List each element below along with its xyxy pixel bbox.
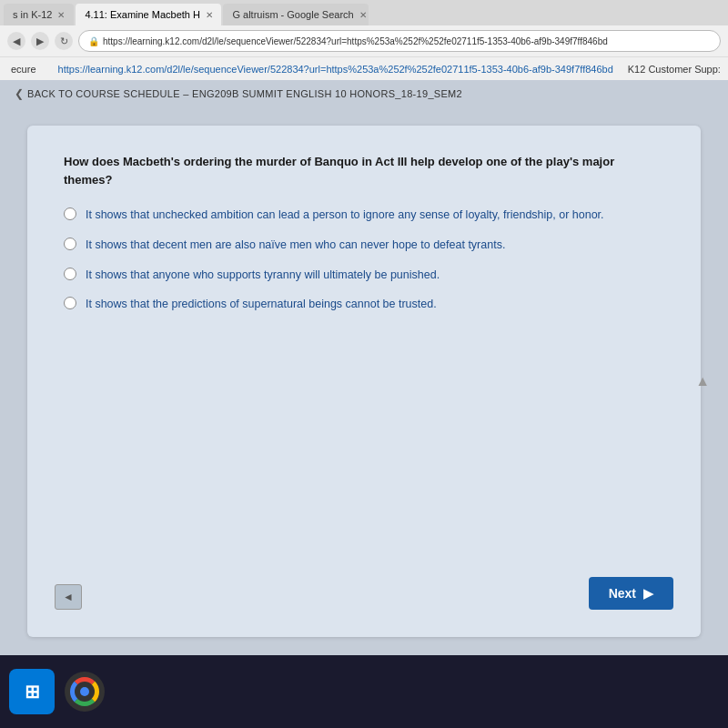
tab-label: s in K-12 <box>13 9 52 20</box>
breadcrumb: ❮ BACK TO COURSE SCHEDULE – ENG209B SUMM… <box>0 80 728 107</box>
answer-option-4[interactable]: It shows that the predictions of superna… <box>64 296 664 313</box>
tab-close-icon[interactable]: ✕ <box>57 10 65 20</box>
lock-icon: 🔒 <box>88 36 99 46</box>
windows-start-button[interactable]: ⊞ <box>9 669 55 714</box>
tab-label: G altruism - Google Search <box>232 9 353 20</box>
scroll-indicator: ▲ <box>695 373 710 389</box>
tab-close-icon[interactable]: ✕ <box>359 10 367 20</box>
answer-text-1: It shows that unchecked ambition can lea… <box>86 207 604 224</box>
back-nav-button[interactable]: ◀ <box>7 32 25 50</box>
bookmark-ecure[interactable]: ecure <box>7 63 40 76</box>
answer-option-1[interactable]: It shows that unchecked ambition can lea… <box>64 207 664 224</box>
bookmark-k12-url[interactable]: https://learning.k12.com/d2l/le/sequence… <box>55 63 617 76</box>
taskbar: ⊞ <box>0 655 728 728</box>
browser-chrome: s in K-12 ✕ 4.11: Examine Macbeth H ✕ G … <box>0 0 728 80</box>
address-text: https://learning.k12.com/d2l/le/sequence… <box>103 36 608 46</box>
next-arrow-icon: ▶ <box>643 586 653 601</box>
chrome-circle-icon <box>70 677 99 706</box>
back-arrow-button[interactable]: ◄ <box>55 584 82 610</box>
breadcrumb-arrow-icon: ❮ <box>15 87 24 100</box>
tab-macbeth[interactable]: 4.11: Examine Macbeth H ✕ <box>76 4 221 25</box>
main-content: ❮ BACK TO COURSE SCHEDULE – ENG209B SUMM… <box>0 80 728 655</box>
chrome-icon <box>65 672 105 712</box>
bookmark-k12-customer[interactable]: K12 Customer Supp: <box>624 63 724 76</box>
refresh-button[interactable]: ↻ <box>55 32 73 50</box>
radio-1[interactable] <box>64 207 76 220</box>
back-arrow-icon: ◄ <box>63 591 74 603</box>
tab-label: 4.11: Examine Macbeth H <box>85 9 200 20</box>
tab-altruism[interactable]: G altruism - Google Search ✕ <box>223 4 369 25</box>
answer-text-3: It shows that anyone who supports tyrann… <box>86 267 440 284</box>
question-text: How does Macbeth's ordering the murder o… <box>64 153 664 188</box>
chrome-inner-icon <box>80 687 89 696</box>
tab-s-in-k12[interactable]: s in K-12 ✕ <box>4 4 74 25</box>
chrome-taskbar-button[interactable] <box>62 669 107 714</box>
radio-4[interactable] <box>64 297 76 309</box>
next-button-label: Next <box>609 586 636 601</box>
answer-text-2: It shows that decent men are also naïve … <box>86 237 505 254</box>
breadcrumb-text[interactable]: BACK TO COURSE SCHEDULE – ENG209B SUMMIT… <box>27 88 462 99</box>
address-bar-row: ◀ ▶ ↻ 🔒 https://learning.k12.com/d2l/le/… <box>0 25 728 56</box>
next-button[interactable]: Next ▶ <box>589 577 673 610</box>
address-bar[interactable]: 🔒 https://learning.k12.com/d2l/le/sequen… <box>78 30 721 52</box>
radio-3[interactable] <box>64 268 76 280</box>
tab-bar: s in K-12 ✕ 4.11: Examine Macbeth H ✕ G … <box>0 0 728 25</box>
windows-icon: ⊞ <box>25 681 40 703</box>
content-area: How does Macbeth's ordering the murder o… <box>0 107 728 655</box>
answer-text-4: It shows that the predictions of superna… <box>86 296 437 313</box>
answer-option-2[interactable]: It shows that decent men are also naïve … <box>64 237 664 254</box>
tab-close-icon[interactable]: ✕ <box>206 10 213 20</box>
answer-option-3[interactable]: It shows that anyone who supports tyrann… <box>64 267 664 284</box>
quiz-card: How does Macbeth's ordering the murder o… <box>27 126 701 637</box>
forward-nav-button[interactable]: ▶ <box>31 32 49 50</box>
radio-2[interactable] <box>64 238 76 250</box>
bookmarks-bar: ecure https://learning.k12.com/d2l/le/se… <box>0 56 728 80</box>
